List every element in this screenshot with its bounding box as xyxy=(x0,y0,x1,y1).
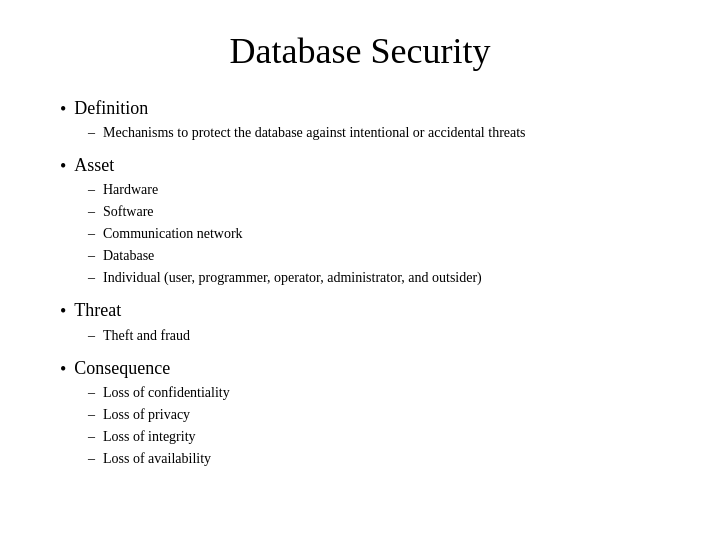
bullet-item-consequence: •Consequence xyxy=(60,356,660,382)
sub-items-definition: –Mechanisms to protect the database agai… xyxy=(88,122,660,143)
bullet-dot-asset: • xyxy=(60,154,66,179)
dash-icon: – xyxy=(88,179,95,200)
bullet-label-consequence: Consequence xyxy=(74,356,170,381)
bullet-item-definition: •Definition xyxy=(60,96,660,122)
sub-item-label: Individual (user, programmer, operator, … xyxy=(103,267,482,288)
sub-item-label: Communication network xyxy=(103,223,243,244)
sub-item: –Loss of integrity xyxy=(88,426,660,447)
sub-item-label: Loss of availability xyxy=(103,448,211,469)
slide-title: Database Security xyxy=(60,30,660,72)
sub-item: –Loss of privacy xyxy=(88,404,660,425)
dash-icon: – xyxy=(88,325,95,346)
sub-item-label: Theft and fraud xyxy=(103,325,190,346)
bullet-label-threat: Threat xyxy=(74,298,121,323)
sub-item: –Loss of availability xyxy=(88,448,660,469)
sub-item: –Loss of confidentiality xyxy=(88,382,660,403)
section-definition: •Definition–Mechanisms to protect the da… xyxy=(60,96,660,143)
dash-icon: – xyxy=(88,201,95,222)
sub-items-asset: –Hardware–Software–Communication network… xyxy=(88,179,660,288)
dash-icon: – xyxy=(88,426,95,447)
bullet-dot-definition: • xyxy=(60,97,66,122)
section-threat: •Threat–Theft and fraud xyxy=(60,298,660,345)
sub-items-threat: –Theft and fraud xyxy=(88,325,660,346)
bullet-item-asset: •Asset xyxy=(60,153,660,179)
content-area: •Definition–Mechanisms to protect the da… xyxy=(60,96,660,510)
slide: Database Security •Definition–Mechanisms… xyxy=(0,0,720,540)
sub-item: –Hardware xyxy=(88,179,660,200)
sub-item: –Theft and fraud xyxy=(88,325,660,346)
dash-icon: – xyxy=(88,245,95,266)
sub-item: –Database xyxy=(88,245,660,266)
bullet-dot-threat: • xyxy=(60,299,66,324)
bullet-dot-consequence: • xyxy=(60,357,66,382)
dash-icon: – xyxy=(88,223,95,244)
dash-icon: – xyxy=(88,122,95,143)
sub-item-label: Hardware xyxy=(103,179,158,200)
sub-item-label: Loss of integrity xyxy=(103,426,196,447)
sub-item: –Software xyxy=(88,201,660,222)
sub-item: –Individual (user, programmer, operator,… xyxy=(88,267,660,288)
dash-icon: – xyxy=(88,382,95,403)
sub-items-consequence: –Loss of confidentiality–Loss of privacy… xyxy=(88,382,660,469)
dash-icon: – xyxy=(88,267,95,288)
bullet-label-asset: Asset xyxy=(74,153,114,178)
sub-item-label: Mechanisms to protect the database again… xyxy=(103,122,526,143)
sub-item: –Mechanisms to protect the database agai… xyxy=(88,122,660,143)
section-asset: •Asset–Hardware–Software–Communication n… xyxy=(60,153,660,288)
sub-item-label: Software xyxy=(103,201,154,222)
bullet-label-definition: Definition xyxy=(74,96,148,121)
bullet-item-threat: •Threat xyxy=(60,298,660,324)
sub-item-label: Database xyxy=(103,245,154,266)
dash-icon: – xyxy=(88,448,95,469)
sub-item-label: Loss of confidentiality xyxy=(103,382,230,403)
sub-item: –Communication network xyxy=(88,223,660,244)
sub-item-label: Loss of privacy xyxy=(103,404,190,425)
section-consequence: •Consequence–Loss of confidentiality–Los… xyxy=(60,356,660,469)
dash-icon: – xyxy=(88,404,95,425)
